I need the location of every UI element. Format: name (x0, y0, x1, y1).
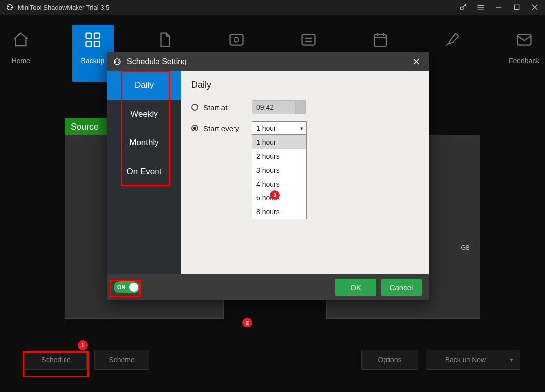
restore-icon (216, 30, 258, 50)
modal-logo-icon (113, 57, 122, 66)
ok-button[interactable]: OK (335, 279, 376, 296)
start-at-time-input[interactable]: 09:42 (252, 100, 296, 114)
schedule-button[interactable]: Schedule (25, 350, 87, 370)
select-value: 1 hour (256, 124, 276, 132)
svg-rect-9 (94, 33, 100, 39)
dropdown-option[interactable]: 8 hours (252, 205, 306, 219)
dropdown-option[interactable]: 6 hours (252, 191, 306, 205)
svg-rect-5 (514, 5, 519, 9)
dropdown-option[interactable]: 2 hours (252, 149, 306, 163)
tab-daily[interactable]: Daily (107, 71, 181, 100)
app-title: MiniTool ShadowMaker Trial 3.5 (18, 4, 459, 11)
modal-header: Schedule Setting ✕ (107, 52, 429, 71)
svg-rect-8 (86, 33, 91, 39)
nav-label: Feedback (503, 57, 545, 65)
svg-rect-14 (302, 35, 315, 45)
key-icon[interactable] (459, 3, 467, 12)
modal-title: Schedule Setting (127, 57, 187, 66)
close-icon[interactable] (530, 3, 539, 12)
time-spinner[interactable] (296, 100, 306, 114)
nav-home[interactable]: Home (0, 30, 42, 79)
tools-icon (431, 30, 473, 50)
radio-start-at[interactable] (191, 104, 198, 111)
modal-footer: ON OK Cancel (107, 274, 429, 300)
feedback-icon (503, 30, 545, 50)
tab-on-event[interactable]: On Event (107, 157, 181, 186)
svg-rect-17 (374, 35, 386, 47)
svg-rect-21 (517, 35, 531, 45)
start-at-label: Start at (203, 103, 243, 112)
start-every-dropdown: 1 hour 2 hours 3 hours 4 hours 6 hours 8… (252, 135, 307, 219)
start-every-select[interactable]: 1 hour 1 hour 2 hours 3 hours 4 hours 6 … (252, 121, 307, 135)
nav-label: Home (0, 57, 42, 65)
toggle-knob (129, 283, 138, 292)
backup-now-button[interactable]: Back up Now (426, 350, 520, 370)
minimize-icon[interactable] (494, 3, 503, 12)
schedule-setting-modal: Schedule Setting ✕ Daily Weekly Monthly … (107, 52, 429, 300)
file-icon (144, 30, 186, 50)
svg-rect-12 (230, 35, 243, 45)
modal-close-button[interactable]: ✕ (410, 56, 423, 67)
content-title: Daily (191, 80, 419, 90)
maximize-icon[interactable] (512, 3, 521, 12)
nav-item-7[interactable] (431, 30, 473, 79)
list-icon (288, 30, 330, 50)
radio-start-every[interactable] (191, 125, 198, 131)
dropdown-option[interactable]: 4 hours (252, 177, 306, 191)
scheme-button[interactable]: Scheme (94, 350, 149, 370)
start-every-label: Start every (203, 124, 243, 132)
capacity-suffix: GB (461, 244, 470, 251)
source-label: Source (71, 122, 99, 132)
tab-weekly[interactable]: Weekly (107, 100, 181, 129)
schedule-toggle[interactable]: ON (114, 281, 140, 293)
svg-rect-11 (94, 41, 100, 47)
modal-content: Daily Start at 09:42 Start every 1 hour (181, 71, 429, 274)
options-button[interactable]: Options (361, 350, 418, 370)
dropdown-option[interactable]: 1 hour (252, 135, 306, 149)
svg-point-13 (234, 38, 239, 42)
tab-monthly[interactable]: Monthly (107, 129, 181, 157)
modal-sidebar: Daily Weekly Monthly On Event (107, 71, 181, 274)
home-icon (0, 30, 42, 50)
app-logo-icon (6, 3, 14, 11)
titlebar: MiniTool ShadowMaker Trial 3.5 (0, 0, 545, 15)
nav-feedback[interactable]: Feedback (503, 30, 545, 79)
dropdown-option[interactable]: 3 hours (252, 163, 306, 177)
toggle-label: ON (117, 284, 126, 290)
backup-icon (72, 30, 114, 50)
cancel-button[interactable]: Cancel (381, 279, 422, 296)
calendar-icon (359, 30, 401, 50)
menu-icon[interactable] (476, 3, 485, 12)
svg-rect-10 (86, 41, 91, 47)
